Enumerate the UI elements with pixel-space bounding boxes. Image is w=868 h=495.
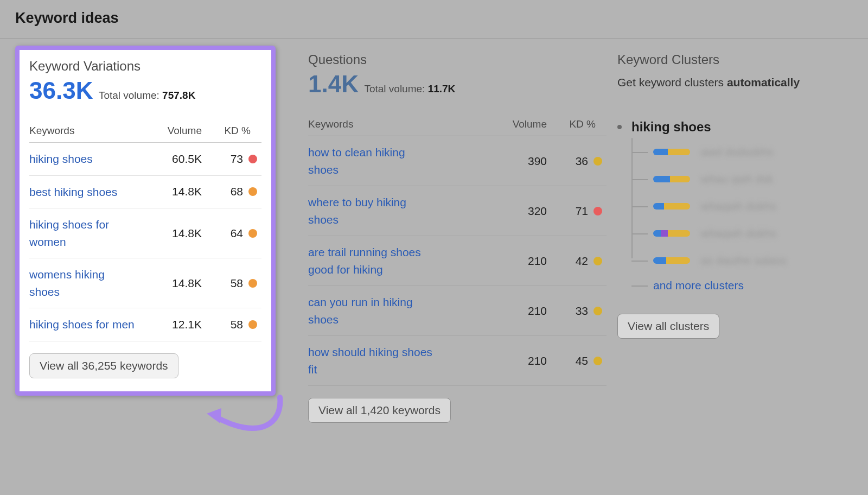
cluster-item[interactable]: as dauthe salass <box>653 254 847 267</box>
kd-value: 45 <box>547 354 607 367</box>
cluster-label-blurred: whaqwh dokhs <box>701 200 776 213</box>
difficulty-dot-icon <box>248 279 257 288</box>
cluster-label-blurred: awd dsdsokhs <box>701 145 773 158</box>
clusters-panel: Keyword Clusters Get keyword clusters au… <box>612 52 853 423</box>
volume-value: 390 <box>482 155 547 168</box>
cluster-label-blurred: whau qwh dsk <box>701 173 773 186</box>
volume-value: 14.8K <box>137 185 202 198</box>
clusters-title: Keyword Clusters <box>617 52 847 67</box>
table-row: best hiking shoes14.8K68 <box>29 176 261 209</box>
kd-value: 58 <box>202 318 261 331</box>
kd-value: 42 <box>547 255 607 268</box>
kd-value: 73 <box>202 153 261 166</box>
kd-value: 58 <box>202 277 261 290</box>
clusters-sub-bold: automatically <box>727 76 800 88</box>
table-row: how should hiking shoes fit21045 <box>308 336 607 386</box>
difficulty-dot-icon <box>248 229 257 238</box>
difficulty-dot-icon <box>593 307 602 315</box>
keyword-link[interactable]: how to clean hiking shoes <box>308 144 438 178</box>
keyword-link[interactable]: can you run in hiking shoes <box>308 294 438 328</box>
col-volume: Volume <box>137 125 202 137</box>
volume-value: 60.5K <box>137 153 202 166</box>
variations-rows: hiking shoes60.5K73best hiking shoes14.8… <box>29 143 261 341</box>
variations-count: 36.3K <box>29 77 93 104</box>
table-row: hiking shoes for men12.1K58 <box>29 308 261 341</box>
questions-rows: how to clean hiking shoes39036where to b… <box>308 136 607 386</box>
table-row: hiking shoes60.5K73 <box>29 143 261 176</box>
questions-total-volume: 11.7K <box>428 83 456 94</box>
difficulty-dot-icon <box>248 187 257 196</box>
questions-count: 1.4K <box>308 71 359 98</box>
volume-value: 210 <box>482 255 547 268</box>
clusters-sub-pre: Get keyword clusters <box>617 76 727 88</box>
and-more-clusters-link[interactable]: and more clusters <box>653 279 847 292</box>
cluster-label-blurred: whaqwh dokhs <box>701 227 776 240</box>
keyword-link[interactable]: where to buy hiking shoes <box>308 194 438 228</box>
col-kd: KD % <box>547 118 607 130</box>
variations-total-volume: 757.8K <box>162 90 195 101</box>
cluster-root: hiking shoes <box>617 119 847 135</box>
col-volume: Volume <box>482 118 547 130</box>
cluster-item[interactable]: whau qwh dsk <box>653 173 847 186</box>
variations-title: Keyword Variations <box>29 59 261 74</box>
total-volume-prefix: Total volume: <box>99 90 159 101</box>
cluster-distribution-bar <box>653 257 690 264</box>
difficulty-dot-icon <box>248 155 257 163</box>
annotation-arrow-icon <box>204 392 291 457</box>
table-row: where to buy hiking shoes32071 <box>308 186 607 236</box>
col-keywords: Keywords <box>308 118 482 130</box>
kd-value: 68 <box>202 185 261 198</box>
questions-panel: Questions 1.4K Total volume: 11.7K Keywo… <box>303 52 612 423</box>
keyword-link[interactable]: how should hiking shoes fit <box>308 344 438 378</box>
volume-value: 14.8K <box>137 227 202 240</box>
keyword-link[interactable]: best hiking shoes <box>29 183 137 201</box>
cluster-item[interactable]: awd dsdsokhs <box>653 145 847 158</box>
cluster-tree: awd dsdsokhswhau qwh dskwhaqwh dokhswhaq… <box>617 145 847 267</box>
volume-value: 210 <box>482 354 547 367</box>
page-title: Keyword ideas <box>15 0 853 39</box>
col-kd: KD % <box>202 125 261 137</box>
volume-value: 14.8K <box>137 277 202 290</box>
table-row: hiking shoes for women14.8K64 <box>29 208 261 258</box>
table-row: can you run in hiking shoes21033 <box>308 286 607 336</box>
table-row: how to clean hiking shoes39036 <box>308 136 607 186</box>
clusters-subtitle: Get keyword clusters automatically <box>617 76 847 89</box>
keyword-link[interactable]: are trail running shoes good for hiking <box>308 244 438 278</box>
cluster-distribution-bar <box>653 176 690 182</box>
cluster-distribution-bar <box>653 149 690 155</box>
cluster-distribution-bar <box>653 203 690 210</box>
difficulty-dot-icon <box>593 207 602 215</box>
cluster-item[interactable]: whaqwh dokhs <box>653 200 847 213</box>
difficulty-dot-icon <box>593 257 602 265</box>
questions-title: Questions <box>308 52 607 67</box>
volume-value: 320 <box>482 205 547 218</box>
variations-total-volume-label: Total volume: 757.8K <box>99 90 196 101</box>
table-row: womens hiking shoes14.8K58 <box>29 258 261 308</box>
cluster-item[interactable]: whaqwh dokhs <box>653 227 847 240</box>
view-all-questions-button[interactable]: View all 1,420 keywords <box>308 398 451 423</box>
keyword-link[interactable]: hiking shoes for women <box>29 216 137 250</box>
table-row: are trail running shoes good for hiking2… <box>308 236 607 286</box>
keyword-link[interactable]: hiking shoes <box>29 150 137 168</box>
variations-table-header: Keywords Volume KD % <box>29 104 261 143</box>
cluster-label-blurred: as dauthe salass <box>701 254 787 267</box>
kd-value: 36 <box>547 155 607 168</box>
keyword-variations-panel: Keyword Variations 36.3K Total volume: 7… <box>15 52 303 423</box>
keyword-variations-highlight: Keyword Variations 36.3K Total volume: 7… <box>15 46 276 396</box>
col-keywords: Keywords <box>29 125 137 137</box>
view-all-variations-button[interactable]: View all 36,255 keywords <box>29 353 178 378</box>
volume-value: 12.1K <box>137 318 202 331</box>
view-all-clusters-button[interactable]: View all clusters <box>617 314 719 339</box>
questions-total-volume-label: Total volume: 11.7K <box>364 83 455 94</box>
questions-table-header: Keywords Volume KD % <box>308 98 607 136</box>
keyword-link[interactable]: womens hiking shoes <box>29 266 137 300</box>
keyword-link[interactable]: hiking shoes for men <box>29 316 137 333</box>
kd-value: 64 <box>202 227 261 240</box>
kd-value: 71 <box>547 205 607 218</box>
difficulty-dot-icon <box>593 357 602 365</box>
difficulty-dot-icon <box>593 157 602 166</box>
cluster-distribution-bar <box>653 230 690 237</box>
total-volume-prefix: Total volume: <box>364 83 425 94</box>
kd-value: 33 <box>547 304 607 318</box>
difficulty-dot-icon <box>248 320 257 329</box>
